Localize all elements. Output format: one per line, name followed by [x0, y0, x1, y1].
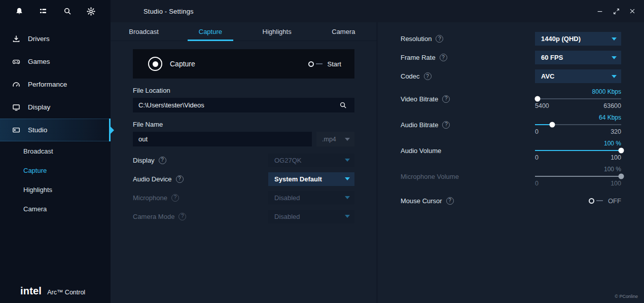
- sidebar-item-display[interactable]: Display: [0, 96, 111, 119]
- slider-thumb[interactable]: [550, 122, 555, 128]
- sidebar-subitem-highlights[interactable]: Highlights: [0, 180, 111, 199]
- slider-track[interactable]: [535, 96, 621, 101]
- help-icon[interactable]: ?: [442, 121, 450, 129]
- slider-max: 100: [611, 180, 621, 187]
- slider-min: 5400: [535, 102, 549, 109]
- slider-thumb[interactable]: [619, 148, 624, 154]
- mouse-cursor-label: Mouse Cursor: [401, 197, 442, 205]
- audio-device-dropdown[interactable]: System Default: [268, 172, 354, 186]
- sidebar-item-label: Studio: [28, 126, 47, 134]
- slider-track[interactable]: [535, 148, 621, 153]
- slider-track: [535, 174, 621, 179]
- studio-screen-icon: [10, 124, 22, 136]
- chevron-down-icon: [345, 196, 350, 199]
- menu-list-icon[interactable]: [37, 5, 49, 17]
- watermark: © PConline: [615, 294, 638, 299]
- help-icon[interactable]: ?: [159, 157, 166, 164]
- file-location-label: File Location: [133, 87, 354, 94]
- microphone-volume-label: Microphone Volume: [401, 173, 459, 180]
- file-extension-dropdown[interactable]: .mp4: [316, 132, 354, 146]
- sidebar-item-performance[interactable]: Performance: [0, 73, 111, 96]
- mouse-cursor-toggle[interactable]: OFF: [589, 197, 621, 205]
- sidebar-subitem-label: Highlights: [23, 186, 52, 194]
- sidebar-item-studio[interactable]: Studio: [0, 119, 111, 141]
- sidebar-top-icons: [0, 0, 111, 22]
- search-icon[interactable]: [61, 5, 74, 17]
- tab-camera[interactable]: Camera: [310, 22, 377, 41]
- help-icon[interactable]: ?: [176, 175, 184, 183]
- audio-device-row: Audio Device ? System Default: [133, 172, 354, 186]
- sidebar-subitem-capture[interactable]: Capture: [0, 161, 111, 180]
- audio-device-label: Audio Device: [133, 175, 172, 183]
- slider-value: 64 Kbps: [535, 114, 621, 121]
- microphone-dropdown: Disabled: [268, 191, 354, 205]
- browse-search-icon[interactable]: [337, 99, 349, 111]
- monitor-icon: [10, 101, 22, 113]
- sidebar-subitem-label: Camera: [23, 205, 47, 213]
- frame-rate-value: 60 FPS: [541, 54, 563, 61]
- file-location-input[interactable]: [138, 101, 337, 109]
- codec-row: Codec ? AVC: [401, 69, 621, 83]
- frame-rate-row: Frame Rate ? 60 FPS: [401, 51, 621, 64]
- close-button[interactable]: [626, 5, 639, 18]
- sidebar-item-label: Games: [28, 58, 50, 65]
- resize-button[interactable]: [610, 5, 623, 18]
- display-value: OG27QK: [274, 157, 301, 164]
- microphone-volume-slider: 100 % 0 100: [535, 166, 621, 187]
- video-bitrate-label: Video Bitrate: [401, 95, 438, 103]
- capture-title: Capture: [170, 60, 195, 68]
- slider-min: 0: [535, 154, 539, 161]
- tabbar: Broadcast Capture Highlights Camera: [111, 22, 377, 41]
- microphone-row: Microphone ? Disabled: [133, 191, 354, 205]
- tab-highlights[interactable]: Highlights: [244, 22, 310, 41]
- audio-bitrate-row: Audio Bitrate ? 64 Kbps 0 320: [401, 114, 621, 135]
- camera-mode-value: Disabled: [274, 213, 300, 220]
- sidebar-subitem-camera[interactable]: Camera: [0, 199, 111, 218]
- chevron-down-icon: [345, 138, 350, 141]
- chevron-down-icon: [612, 37, 617, 41]
- speedometer-icon: [10, 79, 22, 91]
- codec-value: AVC: [541, 72, 554, 80]
- audio-bitrate-slider[interactable]: 64 Kbps 0 320: [535, 114, 621, 135]
- sidebar-subitem-label: Broadcast: [23, 147, 53, 155]
- gear-icon[interactable]: [85, 5, 97, 17]
- slider-max: 320: [611, 128, 621, 135]
- help-icon[interactable]: ?: [446, 197, 454, 205]
- tab-broadcast[interactable]: Broadcast: [111, 22, 177, 41]
- minimize-button[interactable]: [593, 5, 606, 18]
- tab-capture[interactable]: Capture: [177, 22, 243, 41]
- codec-dropdown[interactable]: AVC: [535, 69, 621, 83]
- help-icon[interactable]: ?: [178, 213, 186, 220]
- resolution-label: Resolution: [401, 35, 432, 43]
- slider-thumb[interactable]: [535, 96, 541, 102]
- help-icon[interactable]: ?: [442, 95, 450, 103]
- sidebar-item-games[interactable]: Games: [0, 50, 111, 73]
- sidebar-subitem-broadcast[interactable]: Broadcast: [0, 141, 111, 161]
- help-icon[interactable]: ?: [440, 54, 447, 61]
- file-name-input[interactable]: [138, 135, 306, 143]
- help-icon[interactable]: ?: [436, 35, 443, 43]
- video-bitrate-slider[interactable]: 8000 Kbps 5400 63600: [535, 88, 621, 109]
- capture-status-strip: Capture Start: [133, 49, 354, 79]
- audio-volume-slider[interactable]: 100 % 0 100: [535, 140, 621, 161]
- window-controls: [593, 5, 639, 18]
- microphone-value: Disabled: [274, 194, 300, 202]
- tab-label: Broadcast: [118, 28, 170, 40]
- capture-panel: Broadcast Capture Highlights Camera Capt…: [111, 22, 377, 303]
- help-icon[interactable]: ?: [171, 194, 179, 202]
- sidebar-item-drivers[interactable]: Drivers: [0, 27, 111, 50]
- capture-start-toggle[interactable]: Start: [308, 60, 341, 68]
- slider-max: 100: [611, 154, 621, 161]
- display-dropdown: OG27QK: [268, 154, 354, 167]
- camera-mode-dropdown: Disabled: [268, 210, 354, 223]
- slider-max: 63600: [603, 102, 621, 109]
- resolution-dropdown[interactable]: 1440p (QHD): [535, 32, 621, 46]
- resolution-row: Resolution ? 1440p (QHD): [401, 32, 621, 46]
- notifications-bell-icon[interactable]: [13, 5, 25, 17]
- resolution-value: 1440p (QHD): [541, 35, 581, 43]
- record-icon: [148, 57, 162, 71]
- help-icon[interactable]: ?: [424, 72, 432, 80]
- video-bitrate-row: Video Bitrate ? 8000 Kbps 5400 63600: [401, 88, 621, 109]
- slider-track[interactable]: [535, 122, 621, 127]
- frame-rate-dropdown[interactable]: 60 FPS: [535, 51, 621, 64]
